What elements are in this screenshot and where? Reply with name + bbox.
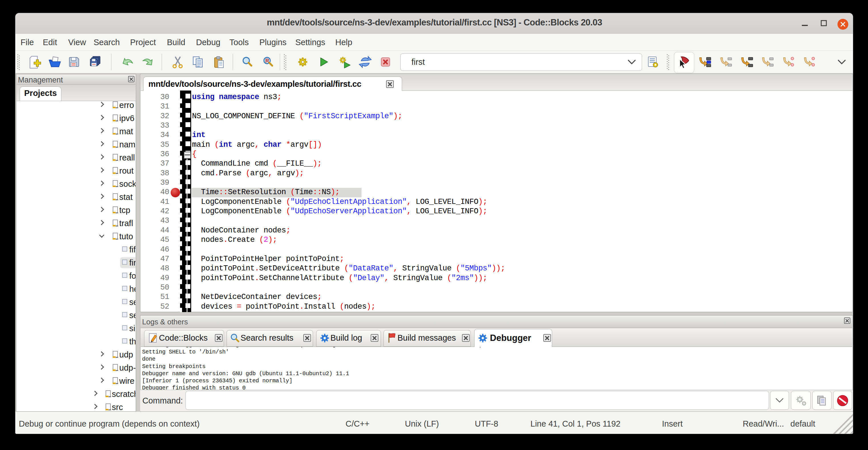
svg-text:R: R (266, 58, 269, 64)
